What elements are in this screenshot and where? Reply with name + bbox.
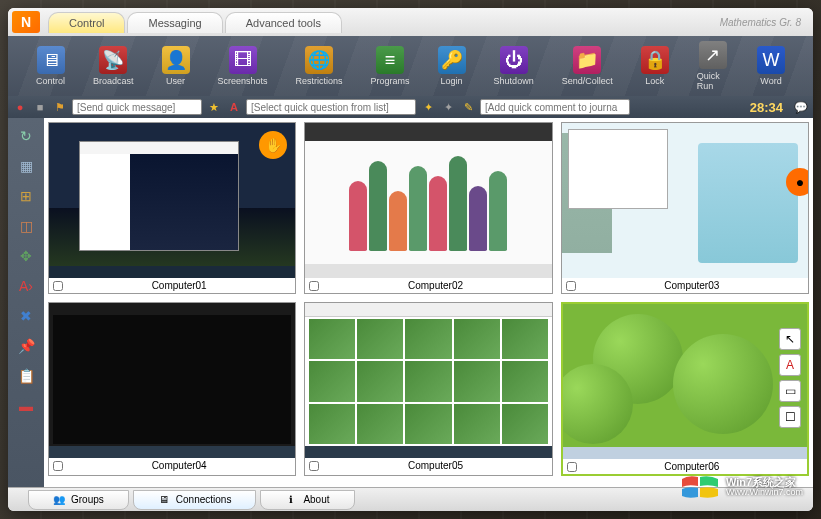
login-icon: 🔑 xyxy=(438,46,466,74)
thumbnail-label-row: Computer03 xyxy=(562,278,808,293)
titlebar: N ControlMessagingAdvanced tools Mathema… xyxy=(8,8,813,36)
sidebar-nav-icon[interactable]: ✥ xyxy=(14,246,38,266)
thumbnail-checkbox[interactable] xyxy=(53,461,63,471)
broadcast-label: Broadcast xyxy=(93,76,134,86)
right-tool-square[interactable]: ☐ xyxy=(779,406,801,428)
thumbnail-label-row: Computer02 xyxy=(305,278,551,293)
thumbnail-screen: ✋ xyxy=(49,123,295,278)
thumbnail-computer02[interactable]: Computer02 xyxy=(304,122,552,294)
control-label: Control xyxy=(36,76,65,86)
thumbnail-computer03[interactable]: ● Computer03 xyxy=(561,122,809,294)
main-toolbar: 🖥Control📡Broadcast👤User🎞Screenshots🌐Rest… xyxy=(8,36,813,96)
thumbnail-checkbox[interactable] xyxy=(566,281,576,291)
control-button[interactable]: 🖥Control xyxy=(28,44,73,88)
thumbnail-screen: ● xyxy=(562,123,808,278)
thumbnail-checkbox[interactable] xyxy=(567,462,577,472)
qb-chat-icon[interactable]: 💬 xyxy=(793,99,809,115)
login-button[interactable]: 🔑Login xyxy=(430,44,474,88)
user-button[interactable]: 👤User xyxy=(154,44,198,88)
qb-stop-icon[interactable]: ■ xyxy=(32,99,48,115)
thumbnail-grid: ✋ Computer01 Computer02 ● Computer03 Com… xyxy=(48,122,809,476)
thumbnail-screen xyxy=(305,303,551,458)
main-area: ↻▦⊞◫✥A›✖📌📋▬ ✋ Computer01 Computer02 ● Co… xyxy=(8,118,813,487)
bottom-tab-about[interactable]: ℹAbout xyxy=(260,490,354,510)
sidebar-pin-icon[interactable]: 📌 xyxy=(14,336,38,356)
title-tab-messaging[interactable]: Messaging xyxy=(127,12,222,33)
screenshot-label: Screenshots xyxy=(218,76,268,86)
right-toolbar: ↖A▭☐ xyxy=(779,328,801,428)
quick-question-input[interactable] xyxy=(246,99,416,115)
programs-button[interactable]: ≡Programs xyxy=(363,44,418,88)
lock-button[interactable]: 🔒Lock xyxy=(633,44,677,88)
thumbnail-checkbox[interactable] xyxy=(309,461,319,471)
thumbnail-checkbox[interactable] xyxy=(309,281,319,291)
right-tool-cursor[interactable]: ↖ xyxy=(779,328,801,350)
quick-button[interactable]: ↗Quick Run xyxy=(689,39,737,93)
quick-comment-input[interactable] xyxy=(480,99,630,115)
quick-icon: ↗ xyxy=(699,41,727,69)
watermark: Win7系统之家 Www.Winwin7.com xyxy=(680,473,803,501)
raised-hand-icon: ✋ xyxy=(259,131,287,159)
sidebar-grid-toggle-icon[interactable]: ⊞ xyxy=(14,186,38,206)
bottom-tab-groups[interactable]: 👥Groups xyxy=(28,490,129,510)
word-label: Word xyxy=(760,76,781,86)
screenshot-icon: 🎞 xyxy=(229,46,257,74)
thumbnail-checkbox[interactable] xyxy=(53,281,63,291)
qb-star-icon[interactable]: ★ xyxy=(206,99,222,115)
thumbnail-name: Computer04 xyxy=(67,460,291,471)
app-logo: N xyxy=(12,11,40,33)
sidebar-annotate-icon[interactable]: A› xyxy=(14,276,38,296)
main-window: N ControlMessagingAdvanced tools Mathema… xyxy=(8,8,813,511)
sidebar-layers-icon[interactable]: ▬ xyxy=(14,396,38,416)
qb-spark2-icon[interactable]: ✦ xyxy=(440,99,456,115)
left-sidebar: ↻▦⊞◫✥A›✖📌📋▬ xyxy=(8,118,44,487)
sidebar-tools-icon[interactable]: ✖ xyxy=(14,306,38,326)
sidebar-arrange-icon[interactable]: ◫ xyxy=(14,216,38,236)
content-area: ✋ Computer01 Computer02 ● Computer03 Com… xyxy=(44,118,813,487)
bottom-tab-label: About xyxy=(303,494,329,505)
lock-label: Lock xyxy=(645,76,664,86)
programs-icon: ≡ xyxy=(376,46,404,74)
groups-icon: 👥 xyxy=(53,494,65,506)
thumbnail-name: Computer05 xyxy=(323,460,547,471)
title-tab-advanced-tools[interactable]: Advanced tools xyxy=(225,12,342,33)
thumbnail-name: Computer06 xyxy=(581,461,803,472)
qb-record-icon[interactable]: ● xyxy=(12,99,28,115)
qb-a-icon[interactable]: A xyxy=(226,99,242,115)
send-label: Send/Collect xyxy=(562,76,613,86)
thumbnail-label-row: Computer05 xyxy=(305,458,551,473)
qb-spark1-icon[interactable]: ✦ xyxy=(420,99,436,115)
shutdown-button[interactable]: ⏻Shutdown xyxy=(486,44,542,88)
control-icon: 🖥 xyxy=(37,46,65,74)
sidebar-screens-icon[interactable]: ▦ xyxy=(14,156,38,176)
title-subtitle: Mathematics Gr. 8 xyxy=(720,17,809,28)
word-button[interactable]: WWord xyxy=(749,44,793,88)
screenshot-button[interactable]: 🎞Screenshots xyxy=(210,44,276,88)
broadcast-icon: 📡 xyxy=(99,46,127,74)
sidebar-clipboard-icon[interactable]: 📋 xyxy=(14,366,38,386)
quick-label: Quick Run xyxy=(697,71,729,91)
thumbnail-computer01[interactable]: ✋ Computer01 xyxy=(48,122,296,294)
right-tool-text-a[interactable]: A xyxy=(779,354,801,376)
sidebar-refresh-icon[interactable]: ↻ xyxy=(14,126,38,146)
qb-note-icon[interactable]: ✎ xyxy=(460,99,476,115)
thumbnail-name: Computer01 xyxy=(67,280,291,291)
quickbar: ● ■ ⚑ ★ A ✦ ✦ ✎ 28:34 💬 xyxy=(8,96,813,118)
quick-message-input[interactable] xyxy=(72,99,202,115)
restrict-button[interactable]: 🌐Restrictions xyxy=(288,44,351,88)
broadcast-button[interactable]: 📡Broadcast xyxy=(85,44,142,88)
send-icon: 📁 xyxy=(573,46,601,74)
thumbnail-computer06[interactable]: Computer06 xyxy=(561,302,809,476)
right-tool-minimize[interactable]: ▭ xyxy=(779,380,801,402)
send-button[interactable]: 📁Send/Collect xyxy=(554,44,621,88)
thumbnail-computer05[interactable]: Computer05 xyxy=(304,302,552,476)
qb-flag-icon[interactable]: ⚑ xyxy=(52,99,68,115)
title-tab-control[interactable]: Control xyxy=(48,12,125,33)
user-icon: 👤 xyxy=(162,46,190,74)
restrict-icon: 🌐 xyxy=(305,46,333,74)
title-tabs: ControlMessagingAdvanced tools xyxy=(48,12,342,33)
thumbnail-screen xyxy=(305,123,551,278)
thumbnail-computer04[interactable]: Computer04 xyxy=(48,302,296,476)
bottom-tab-connections[interactable]: 🖥Connections xyxy=(133,490,257,510)
about-icon: ℹ xyxy=(285,494,297,506)
